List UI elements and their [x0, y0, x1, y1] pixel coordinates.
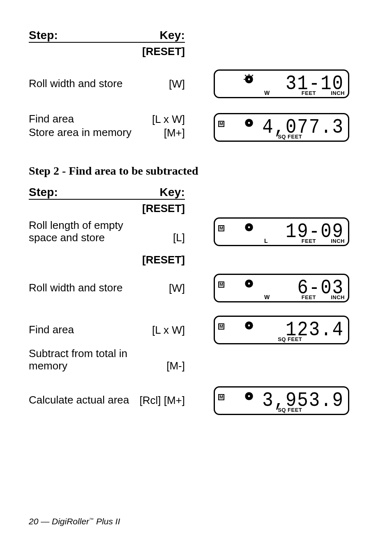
page-footer: 20 — DigiRoller™ Plus II: [29, 517, 120, 526]
page-number: 20: [29, 517, 38, 526]
wheel-icon: [244, 74, 254, 87]
header-step: Step:: [29, 186, 131, 199]
lcd-sub-inch: INCH: [331, 90, 345, 96]
lcd-sub-feet: FEET: [302, 90, 316, 96]
lcd-display: 31-10 W FEET INCH: [214, 69, 349, 98]
header-step: Step:: [29, 29, 131, 42]
section-heading: Step 2 - Find area to be subtracted: [29, 164, 367, 178]
step-desc: Calculate actual area: [29, 394, 131, 406]
lcd-display: M 6-03 W FEET INCH: [214, 274, 349, 302]
header-key: Key:: [131, 186, 185, 199]
key-label: [RESET]: [131, 254, 185, 266]
svg-rect-5: [248, 226, 250, 228]
lcd-sub-inch: INCH: [331, 295, 345, 300]
key-label: [L x W]: [131, 113, 185, 126]
lcd-sub-inch: INCH: [331, 238, 345, 244]
memory-indicator: M: [218, 394, 224, 400]
row-find-area-2: Find area [L x W] M 123.4 SQ FEET: [29, 316, 367, 344]
wheel-icon: [244, 278, 254, 291]
key-label: [M+]: [131, 127, 185, 139]
key-label: [W]: [131, 282, 185, 295]
memory-indicator: M: [218, 281, 224, 288]
lcd-sub-lw: L: [264, 238, 268, 244]
step-desc: Roll width and store: [29, 282, 131, 294]
row-calc-actual: Calculate actual area [Rcl] [M+] M 3,953…: [29, 386, 367, 415]
header-key: Key:: [131, 29, 185, 42]
row-reset-3: [RESET]: [29, 254, 367, 266]
lcd-display: M 19-09 L FEET INCH: [214, 217, 349, 246]
key-label: [W]: [131, 78, 185, 90]
lcd-display: M 123.4 SQ FEET: [214, 316, 349, 344]
lcd-sub-sqfeet: SQ FEET: [278, 134, 302, 139]
row-find-area-1: Find area [L x W] Store area in memory […: [29, 113, 367, 142]
svg-rect-11: [248, 395, 250, 397]
lcd-sub-lw: W: [264, 294, 270, 300]
step-desc: Find area: [29, 324, 131, 336]
svg-rect-3: [248, 122, 250, 124]
product-name-2: Plus II: [94, 517, 120, 526]
memory-indicator: M: [218, 225, 224, 231]
row-roll-width-1: Roll width and store [W] 31-10 W FEET IN…: [29, 69, 367, 98]
lcd-sub-sqfeet: SQ FEET: [278, 337, 302, 342]
wheel-icon: [244, 222, 254, 235]
step-desc: Roll length of empty space and store: [29, 219, 131, 244]
lcd-value: 4,077.3: [262, 115, 344, 139]
row-reset-2: [RESET]: [29, 202, 367, 215]
step-desc: Find area: [29, 113, 131, 126]
svg-rect-7: [248, 283, 250, 284]
lcd-sub-feet: FEET: [302, 238, 316, 244]
row-subtract: Subtract from total in memory [M-]: [29, 348, 367, 372]
key-label: [L x W]: [131, 324, 185, 337]
svg-rect-9: [248, 325, 250, 326]
footer-sep: —: [38, 517, 52, 526]
row-roll-width-2: Roll width and store [W] M 6-03 W FEET I…: [29, 274, 367, 302]
lcd-sub-feet: FEET: [302, 295, 316, 300]
row-reset-1: [RESET]: [29, 45, 367, 58]
wheel-icon: [244, 118, 254, 130]
svg-rect-1: [248, 78, 250, 80]
step-desc: Roll width and store: [29, 78, 131, 90]
lcd-display: M 4,077.3 SQ FEET: [214, 113, 349, 142]
lcd-display: M 3,953.9 SQ FEET: [214, 386, 349, 415]
key-label: [RESET]: [131, 45, 185, 58]
lcd-sub-sqfeet: SQ FEET: [278, 407, 302, 413]
wheel-icon: [244, 391, 254, 404]
key-label: [RESET]: [131, 202, 185, 215]
step-desc: Store area in memory: [29, 127, 131, 139]
key-label: [Rcl] [M+]: [131, 394, 185, 407]
step-desc: Subtract from total in memory: [29, 348, 131, 372]
memory-indicator: M: [218, 121, 224, 127]
table-header: Step: Key:: [29, 186, 185, 200]
lcd-value: 3,953.9: [262, 388, 344, 412]
lcd-sub-lw: W: [264, 90, 270, 96]
memory-indicator: M: [218, 323, 224, 330]
product-name-1: DigiRoller: [52, 517, 89, 526]
key-label: [L]: [131, 231, 185, 244]
table-header: Step: Key:: [29, 29, 185, 43]
row-roll-length: Roll length of empty space and store [L]…: [29, 217, 367, 246]
trademark-symbol: ™: [89, 517, 94, 522]
key-label: [M-]: [131, 360, 185, 372]
wheel-icon: [244, 320, 254, 333]
